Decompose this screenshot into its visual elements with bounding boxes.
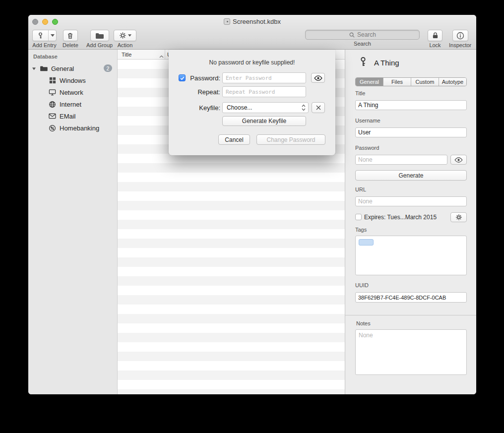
tags-label: Tags	[355, 227, 367, 233]
lock-toolbar-item: Lock	[428, 30, 442, 48]
expires-checkbox[interactable]	[355, 214, 362, 220]
generate-keyfile-button[interactable]: Generate Keyfile	[222, 116, 306, 126]
inspector-label: Inspector	[449, 42, 471, 48]
tags-box[interactable]	[355, 236, 467, 275]
gear-icon	[455, 214, 462, 221]
inspector-divider	[345, 315, 476, 315]
folder-icon	[40, 65, 48, 71]
add-group-toolbar-item: Add Group	[86, 30, 113, 48]
sheet-reveal-password-button[interactable]	[311, 73, 325, 83]
username-field[interactable]	[355, 127, 467, 137]
key-icon	[33, 30, 48, 41]
gear-icon	[119, 32, 126, 39]
sidebar-item-label: EMail	[60, 113, 76, 120]
sidebar-item-internet[interactable]: Internet	[28, 98, 117, 110]
sidebar-item-label: Internet	[60, 101, 81, 108]
password-label: Password:	[187, 74, 220, 82]
search-toolbar-item: Search Search	[305, 30, 420, 47]
url-field[interactable]	[355, 196, 467, 206]
lock-button[interactable]	[428, 30, 442, 41]
search-input[interactable]: Search	[305, 30, 420, 40]
group-count-badge: 2	[104, 64, 112, 72]
sheet-message: No password or keyfile supplied!	[169, 59, 335, 66]
username-field-label: Username	[355, 118, 380, 124]
inspector-button[interactable]	[452, 30, 468, 41]
uuid-field[interactable]	[355, 292, 467, 303]
delete-label: Delete	[63, 42, 78, 48]
network-icon	[48, 89, 57, 96]
cancel-button[interactable]: Cancel	[218, 134, 250, 145]
chevron-down-icon[interactable]	[48, 30, 56, 41]
url-field-label: URL	[355, 186, 366, 192]
action-toolbar-item: Action	[114, 30, 136, 48]
keyfile-popup-value: Choose...	[227, 104, 252, 111]
password-field-label: Password	[355, 145, 379, 151]
expires-settings-button[interactable]	[450, 212, 467, 222]
sidebar-item-label: General	[51, 65, 74, 72]
trash-icon	[66, 32, 74, 40]
disclosure-triangle-icon[interactable]	[31, 67, 36, 70]
add-entry-label: Add Entry	[32, 42, 56, 48]
sheet-repeat-field[interactable]	[222, 86, 306, 97]
tag-pill[interactable]	[359, 239, 374, 246]
inspector-panel: A Thing General Files Custom Autotype Ti…	[345, 50, 476, 394]
clear-keyfile-button[interactable]	[312, 102, 325, 113]
lock-label: Lock	[429, 42, 441, 48]
sort-ascending-icon	[159, 53, 164, 59]
mail-icon	[48, 113, 57, 119]
globe-icon	[48, 101, 57, 108]
folder-plus-icon	[95, 32, 104, 39]
delete-button[interactable]	[63, 30, 78, 41]
banking-percent-icon	[48, 124, 57, 132]
change-password-sheet: No password or keyfile supplied! Passwor…	[169, 50, 335, 155]
titlebar[interactable]: Screenshot.kdbx	[28, 15, 476, 28]
title-field[interactable]	[355, 100, 467, 110]
sidebar-item-label: Homebanking	[60, 124, 99, 132]
expires-label: Expires: Tues...March 2015	[364, 214, 437, 221]
tab-custom[interactable]: Custom	[411, 78, 439, 86]
uuid-label: UUID	[355, 282, 369, 288]
search-placeholder-text: Search	[357, 31, 376, 38]
password-field[interactable]	[355, 155, 447, 165]
notes-label: Notes	[356, 320, 371, 326]
sidebar-header: Database	[33, 54, 58, 60]
reveal-password-button[interactable]	[450, 155, 467, 165]
action-button[interactable]	[114, 30, 136, 41]
tab-general[interactable]: General	[356, 78, 383, 86]
eye-icon	[314, 75, 322, 81]
sheet-password-field[interactable]	[222, 72, 306, 83]
sidebar: Database General 2 Windows	[28, 50, 118, 394]
tab-autotype[interactable]: Autotype	[439, 78, 466, 86]
entry-title: A Thing	[374, 59, 399, 67]
password-checkbox[interactable]	[179, 74, 186, 81]
keyfile-popup[interactable]: Choose...	[222, 102, 309, 113]
eye-icon	[454, 157, 463, 163]
sidebar-item-windows[interactable]: Windows	[28, 74, 117, 86]
inspector-toolbar-item: Inspector	[449, 30, 471, 48]
search-label: Search	[354, 41, 371, 47]
tab-files[interactable]: Files	[383, 78, 411, 86]
delete-toolbar-item: Delete	[63, 30, 78, 48]
notes-field[interactable]	[355, 329, 467, 375]
sidebar-item-label: Network	[60, 89, 83, 96]
info-icon	[456, 32, 464, 40]
close-x-icon	[315, 105, 321, 111]
generate-password-button[interactable]: Generate	[355, 170, 467, 181]
checkmark-icon	[180, 75, 185, 81]
add-group-button[interactable]	[90, 30, 109, 41]
sidebar-item-label: Windows	[60, 77, 86, 84]
title-field-label: Title	[355, 90, 365, 96]
sidebar-item-email[interactable]: EMail	[28, 110, 117, 122]
sidebar-item-general[interactable]: General 2	[28, 62, 117, 74]
change-password-button[interactable]: Change Password	[256, 134, 325, 145]
add-entry-button[interactable]	[32, 30, 57, 41]
windows-icon	[48, 77, 57, 84]
action-label: Action	[118, 42, 133, 48]
sidebar-item-homebanking[interactable]: Homebanking	[28, 122, 117, 134]
sidebar-item-network[interactable]: Network	[28, 86, 117, 98]
inspector-tabs: General Files Custom Autotype	[355, 77, 467, 86]
add-group-label: Add Group	[86, 42, 113, 48]
window-title-text: Screenshot.kdbx	[233, 18, 281, 25]
app-window: Screenshot.kdbx Add Entry	[28, 15, 476, 394]
column-header-title[interactable]: Title	[122, 52, 131, 58]
